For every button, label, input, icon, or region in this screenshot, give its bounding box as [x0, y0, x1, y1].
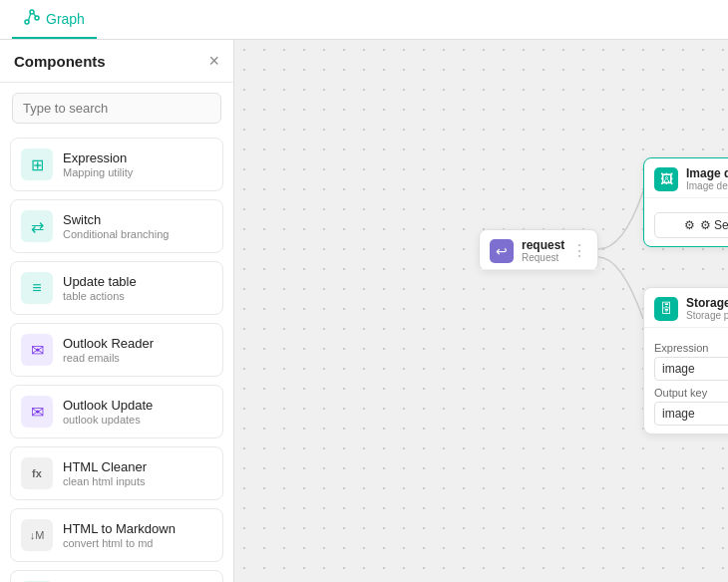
- outlook-update-icon: ✉: [21, 396, 53, 428]
- component-item-switch[interactable]: ⇄ Switch Conditional branching: [10, 199, 223, 253]
- graph-tab-icon: [24, 9, 40, 28]
- html-to-markdown-desc: convert html to md: [63, 537, 176, 549]
- html-to-markdown-name: HTML to Markdown: [63, 521, 176, 536]
- tab-graph[interactable]: Graph: [12, 0, 97, 39]
- component-item-repeating-block[interactable]: ↻ Repeating block loop over a list: [10, 570, 223, 582]
- svg-line-3: [28, 14, 30, 21]
- storage-title: Storage: [686, 296, 728, 310]
- image-detect-icon: 🖼: [654, 167, 678, 191]
- graph-tab-label: Graph: [46, 11, 85, 27]
- component-item-html-to-markdown[interactable]: ↓M HTML to Markdown convert html to md: [10, 508, 223, 562]
- html-cleaner-desc: clean html inputs: [63, 475, 147, 487]
- tab-bar: Graph: [0, 0, 728, 40]
- image-detect-title: Image detect: [686, 166, 728, 180]
- update-table-icon: ≡: [21, 272, 53, 304]
- component-item-expression[interactable]: ⊞ Expression Mapping utility: [10, 138, 223, 191]
- component-item-html-cleaner[interactable]: fx HTML Cleaner clean html inputs: [10, 446, 223, 500]
- image-detect-node[interactable]: 🖼 Image detect Image detect ⋮ ⚙ ⚙ Settin…: [643, 157, 728, 247]
- svg-point-2: [35, 16, 39, 20]
- settings-icon: ⚙: [684, 218, 695, 232]
- image-detect-subtitle: Image detect: [686, 180, 728, 191]
- sidebar: Components × ⊞ Expression Mapping utilit…: [0, 40, 234, 582]
- html-to-markdown-icon: ↓M: [21, 519, 53, 551]
- html-cleaner-name: HTML Cleaner: [63, 459, 147, 474]
- switch-name: Switch: [63, 212, 169, 227]
- image-detect-node-header: 🖼 Image detect Image detect ⋮: [644, 158, 728, 198]
- components-list: ⊞ Expression Mapping utility ⇄ Switch Co…: [0, 134, 233, 582]
- search-input[interactable]: [12, 93, 221, 124]
- storage-icon: 🗄: [654, 297, 678, 321]
- update-table-name: Update table: [63, 274, 137, 289]
- outlook-reader-desc: read emails: [63, 352, 154, 364]
- image-detect-body: ⚙ ⚙ Settings: [644, 198, 728, 246]
- request-node-icon: ↩: [490, 239, 514, 263]
- sidebar-title: Components: [14, 53, 106, 70]
- component-item-outlook-update[interactable]: ✉ Outlook Update outlook updates: [10, 385, 223, 438]
- output-key-input[interactable]: [654, 402, 728, 426]
- switch-icon: ⇄: [21, 210, 53, 242]
- outlook-update-name: Outlook Update: [63, 398, 153, 413]
- expression-label: Expression: [654, 342, 728, 354]
- expression-icon: ⊞: [21, 148, 53, 180]
- request-node-header: ↩ request Request ⋮: [480, 230, 597, 270]
- outlook-update-desc: outlook updates: [63, 414, 153, 426]
- request-node[interactable]: ↩ request Request ⋮: [479, 229, 598, 271]
- storage-node-header: 🗄 Storage Storage path ⋮: [644, 288, 728, 328]
- html-cleaner-icon: fx: [21, 457, 53, 489]
- settings-button[interactable]: ⚙ ⚙ Settings: [654, 212, 728, 238]
- expression-name: Expression: [63, 150, 133, 165]
- storage-node[interactable]: 🗄 Storage Storage path ⋮ Expression Outp…: [643, 287, 728, 435]
- storage-body: Expression Output key: [644, 328, 728, 434]
- close-button[interactable]: ×: [208, 52, 219, 70]
- expression-input[interactable]: [654, 357, 728, 381]
- request-node-subtitle: Request: [522, 252, 564, 263]
- update-table-desc: table actions: [63, 290, 137, 302]
- svg-line-4: [33, 13, 35, 16]
- switch-desc: Conditional branching: [63, 228, 169, 240]
- storage-subtitle: Storage path: [686, 310, 728, 321]
- request-node-menu[interactable]: ⋮: [571, 241, 587, 260]
- request-node-title: request: [522, 238, 564, 252]
- sidebar-header: Components ×: [0, 40, 233, 83]
- output-key-label: Output key: [654, 387, 728, 399]
- expression-desc: Mapping utility: [63, 166, 133, 178]
- graph-canvas[interactable]: ↩ request Request ⋮ 🖼 Image detect Image…: [234, 40, 728, 582]
- outlook-reader-icon: ✉: [21, 334, 53, 366]
- main-layout: Components × ⊞ Expression Mapping utilit…: [0, 40, 728, 582]
- component-item-outlook-reader[interactable]: ✉ Outlook Reader read emails: [10, 323, 223, 377]
- component-item-update-table[interactable]: ≡ Update table table actions: [10, 261, 223, 315]
- outlook-reader-name: Outlook Reader: [63, 336, 154, 351]
